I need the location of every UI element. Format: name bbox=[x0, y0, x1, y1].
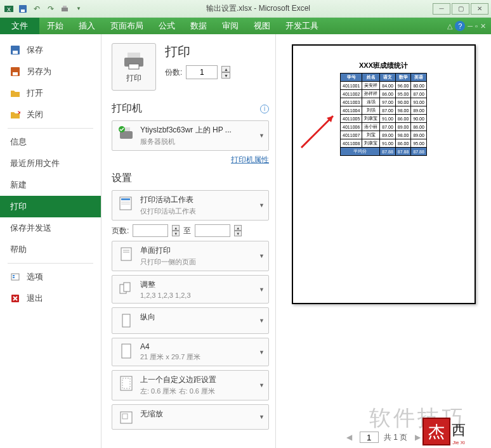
help-icon[interactable]: ? bbox=[455, 21, 465, 31]
minimize-button[interactable]: ─ bbox=[433, 3, 450, 15]
window-restore-icon[interactable]: ▫ bbox=[475, 22, 478, 30]
tab-view[interactable]: 视图 bbox=[246, 18, 278, 34]
orientation-selector[interactable]: 纵向 ▼ bbox=[112, 307, 269, 334]
maximize-button[interactable]: ▢ bbox=[452, 3, 469, 15]
menu-print[interactable]: 打印 bbox=[0, 196, 101, 217]
menu-savesend[interactable]: 保存并发送 bbox=[0, 217, 101, 239]
save-icon[interactable] bbox=[16, 3, 29, 15]
tab-developer[interactable]: 开发工具 bbox=[278, 18, 326, 34]
tab-layout[interactable]: 页面布局 bbox=[103, 18, 151, 34]
menu-exit[interactable]: 退出 bbox=[0, 288, 101, 309]
pages-to-input[interactable] bbox=[195, 224, 230, 237]
svg-rect-12 bbox=[13, 275, 15, 276]
saveas-icon bbox=[10, 67, 20, 77]
menu-open[interactable]: 打开 bbox=[0, 82, 101, 104]
pages-label: 页数: bbox=[112, 226, 129, 236]
settings-heading: 设置 bbox=[112, 172, 132, 185]
preview-table: 学号姓名语文数学英语 4011001吴安祥84.0096.0080.004011… bbox=[340, 73, 427, 156]
close-icon: ✕ bbox=[10, 110, 20, 120]
paper-selector[interactable]: A4 21 厘米 x 29.7 厘米 ▼ bbox=[112, 338, 269, 366]
menu-save-label: 保存 bbox=[27, 44, 43, 56]
menu-new[interactable]: 新建 bbox=[0, 174, 101, 196]
print-what-sub: 仅打印活动工作表 bbox=[140, 207, 196, 216]
page-number-input[interactable] bbox=[360, 432, 379, 443]
window-minimize-icon[interactable]: ─ bbox=[468, 22, 473, 30]
window-close-icon[interactable]: ✕ bbox=[480, 22, 486, 30]
tab-insert[interactable]: 插入 bbox=[71, 18, 103, 34]
print-what-selector[interactable]: 打印活动工作表 仅打印活动工作表 ▼ bbox=[112, 190, 269, 221]
backstage-menu: 保存 另存为 打开 ✕ 关闭 信息 最近所用文件 新建 打印 保存并发送 帮助 … bbox=[0, 34, 101, 448]
undo-icon[interactable]: ↶ bbox=[30, 3, 43, 15]
paper-icon bbox=[117, 342, 135, 360]
redo-icon[interactable]: ↷ bbox=[44, 3, 57, 15]
sides-selector[interactable]: 单面打印 只打印一侧的页面 ▼ bbox=[112, 241, 269, 271]
scaling-icon bbox=[117, 409, 135, 426]
file-tab[interactable]: 文件 bbox=[0, 18, 39, 34]
print-icon[interactable] bbox=[58, 3, 71, 15]
onesided-icon bbox=[117, 245, 135, 263]
preview-page: XXX班成绩统计 学号姓名语文数学英语 4011001吴安祥84.0096.00… bbox=[292, 44, 476, 304]
menu-close-label: 关闭 bbox=[27, 109, 43, 120]
spinner-up-icon[interactable]: ▲ bbox=[221, 66, 230, 72]
svg-rect-11 bbox=[11, 274, 19, 280]
copies-spinner[interactable]: ▲▼ bbox=[221, 66, 230, 79]
svg-rect-17 bbox=[129, 64, 139, 69]
spinner-down-icon[interactable]: ▼ bbox=[221, 72, 230, 79]
tab-formula[interactable]: 公式 bbox=[151, 18, 183, 34]
printer-heading: 打印机 bbox=[112, 102, 142, 115]
info-icon[interactable]: i bbox=[260, 105, 269, 113]
page-total-label: 共 1 页 bbox=[384, 432, 407, 443]
print-button-label: 打印 bbox=[121, 73, 147, 84]
portrait-icon bbox=[117, 312, 135, 330]
printer-status-icon bbox=[117, 125, 135, 143]
tab-data[interactable]: 数据 bbox=[183, 18, 214, 34]
print-preview-pane: XXX班成绩统计 学号姓名语文数学英语 4011001吴安祥84.0096.00… bbox=[276, 34, 491, 448]
sides-title: 单面打印 bbox=[140, 245, 196, 256]
menu-saveas[interactable]: 另存为 bbox=[0, 61, 101, 82]
menu-recent[interactable]: 最近所用文件 bbox=[0, 153, 101, 174]
menu-help[interactable]: 帮助 bbox=[0, 239, 101, 260]
sides-sub: 只打印一侧的页面 bbox=[140, 257, 196, 267]
menu-savesend-label: 保存并发送 bbox=[10, 222, 51, 234]
svg-text:X: X bbox=[7, 6, 11, 13]
pages-from-input[interactable] bbox=[133, 224, 168, 237]
pages-from-spinner[interactable]: ▲▼ bbox=[172, 225, 180, 236]
printer-name: Ytiyslzbf3c63wr 上的 HP ... bbox=[140, 125, 232, 136]
menu-save[interactable]: 保存 bbox=[0, 39, 101, 61]
print-what-title: 打印活动工作表 bbox=[140, 195, 196, 205]
chevron-down-icon: ▼ bbox=[259, 286, 265, 293]
margins-selector[interactable]: 上一个自定义边距设置 左: 0.6 厘米 右: 0.6 厘米 ▼ bbox=[112, 370, 269, 400]
prev-page-button[interactable]: ◀ bbox=[344, 433, 355, 442]
pages-to-spinner[interactable]: ▲▼ bbox=[234, 225, 242, 236]
excel-icon[interactable]: X bbox=[3, 3, 15, 15]
menu-options[interactable]: 选项 bbox=[0, 266, 101, 288]
copies-input[interactable] bbox=[186, 65, 218, 79]
chevron-down-icon: ▼ bbox=[259, 349, 265, 355]
next-page-button[interactable]: ▶ bbox=[412, 433, 423, 442]
qat-dropdown-icon[interactable]: ▼ bbox=[72, 3, 85, 15]
printer-properties-link[interactable]: 打印机属性 bbox=[112, 155, 269, 165]
menu-close[interactable]: ✕ 关闭 bbox=[0, 104, 101, 125]
close-button[interactable]: ✕ bbox=[471, 3, 488, 15]
svg-line-36 bbox=[301, 116, 333, 148]
preview-doc-title: XXX班成绩统计 bbox=[301, 61, 467, 70]
svg-rect-16 bbox=[128, 53, 140, 58]
menu-exit-label: 退出 bbox=[27, 293, 43, 304]
stamp-char: 杰 bbox=[422, 418, 450, 445]
minimize-ribbon-icon[interactable]: △ bbox=[447, 22, 452, 30]
exit-icon bbox=[10, 293, 20, 304]
title-bar: X ↶ ↷ ▼ 输出设置.xlsx - Microsoft Excel ─ ▢ … bbox=[0, 0, 491, 18]
print-button[interactable]: 打印 bbox=[112, 43, 156, 91]
orientation-title: 纵向 bbox=[140, 312, 155, 323]
menu-open-label: 打开 bbox=[27, 87, 43, 99]
collate-sub: 1,2,3 1,2,3 1,2,3 bbox=[140, 291, 191, 299]
sheets-icon bbox=[117, 195, 135, 212]
scaling-selector[interactable]: 无缩放 ▼ bbox=[112, 404, 269, 430]
svg-rect-31 bbox=[122, 344, 131, 358]
collate-selector[interactable]: 调整 1,2,3 1,2,3 1,2,3 ▼ bbox=[112, 275, 269, 304]
paper-title: A4 bbox=[140, 342, 200, 351]
menu-info[interactable]: 信息 bbox=[0, 131, 101, 153]
tab-review[interactable]: 审阅 bbox=[214, 18, 246, 34]
printer-selector[interactable]: Ytiyslzbf3c63wr 上的 HP ... 服务器脱机 ▼ bbox=[112, 120, 269, 151]
tab-home[interactable]: 开始 bbox=[39, 18, 71, 34]
